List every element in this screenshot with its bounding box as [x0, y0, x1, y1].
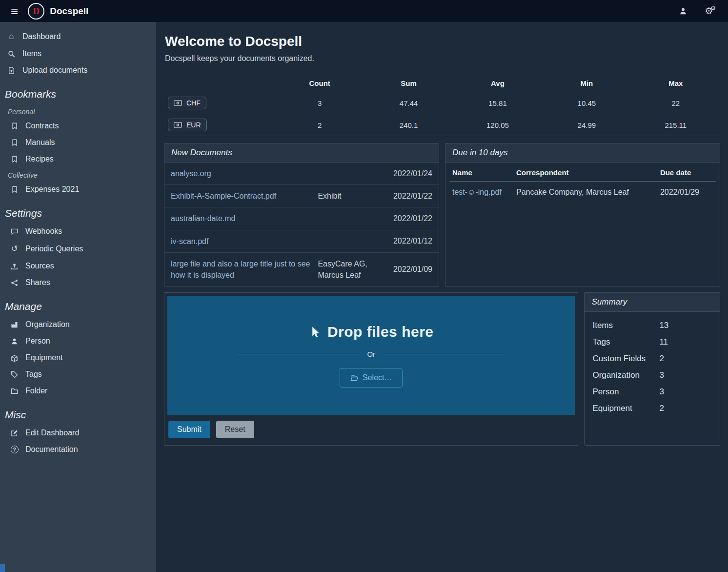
- sidebar-item-manuals[interactable]: Manuals: [0, 134, 156, 151]
- summary-label: Custom Fields: [592, 354, 659, 364]
- stat-count: 2: [275, 114, 364, 136]
- sidebar-item-organization[interactable]: Organization: [0, 316, 156, 333]
- scroll-artifact: [0, 564, 5, 572]
- document-date: 2022/01/22: [393, 192, 432, 201]
- panels-row-top: New Documents analyse.org 2022/01/24 Exh…: [164, 143, 720, 286]
- sidebar-item-person[interactable]: Person: [0, 333, 156, 349]
- due-header-name: Name: [449, 163, 513, 182]
- folder-icon: [10, 388, 19, 395]
- stats-header-min: Min: [542, 75, 631, 92]
- document-info: EasyCare AG, Marcus Leaf: [318, 258, 387, 281]
- summary-row: Items 13: [592, 318, 712, 333]
- sidebar-item-contracts[interactable]: Contracts: [0, 118, 156, 134]
- document-link[interactable]: test-☺-ing.pdf: [452, 188, 502, 196]
- document-link[interactable]: large file and also a large title just t…: [171, 258, 312, 281]
- list-item: australian-date.md 2022/01/22: [164, 207, 439, 230]
- due-name-cell: test-☺-ing.pdf: [449, 182, 513, 200]
- main-content: Welcome to Docspell Docspell keeps your …: [156, 22, 728, 572]
- bookmark-icon: [10, 123, 19, 129]
- sidebar-item-folder[interactable]: Folder: [0, 383, 156, 399]
- list-item: analyse.org 2022/01/24: [164, 163, 439, 185]
- sidebar-item-label: Sources: [25, 262, 54, 270]
- user-menu-button[interactable]: [673, 5, 693, 17]
- sidebar-item-label: Documentation: [25, 445, 78, 454]
- sidebar-item-expenses-2021[interactable]: Expenses 2021: [0, 181, 156, 198]
- stat-sum: 47.44: [364, 92, 453, 114]
- document-date: 2022/01/24: [393, 169, 432, 178]
- stats-header-avg: Avg: [453, 75, 542, 92]
- submit-button[interactable]: Submit: [168, 421, 210, 438]
- sidebar-item-label: Contracts: [25, 122, 59, 130]
- dropzone[interactable]: Drop files here Or Select…: [167, 296, 575, 415]
- summary-label: Equipment: [592, 404, 659, 413]
- user-icon: [10, 338, 19, 345]
- document-link[interactable]: australian-date.md: [171, 213, 312, 224]
- sidebar-item-recipes[interactable]: Recipes: [0, 151, 156, 167]
- summary-row: Organization 3: [592, 368, 712, 383]
- stat-avg: 15.81: [453, 92, 542, 114]
- sidebar-item-label: Manuals: [25, 138, 55, 147]
- stat-min: 10.45: [542, 92, 631, 114]
- sidebar-item-dashboard[interactable]: ⌂ Dashboard: [0, 28, 156, 45]
- menu-button[interactable]: ≡: [6, 4, 23, 19]
- sidebar-item-label: Tags: [25, 370, 42, 379]
- sidebar-item-label: Periodic Queries: [25, 245, 83, 253]
- due-correspondent-cell: Pancake Company, Marcus Leaf: [513, 182, 657, 200]
- stat-currency-cell: EUR: [164, 114, 275, 136]
- summary-value: 11: [659, 337, 668, 347]
- summary-row: Custom Fields 2: [592, 351, 712, 367]
- sidebar-item-label: Items: [22, 49, 41, 58]
- currency-label: EUR: [186, 121, 201, 129]
- tags-icon: [10, 371, 19, 378]
- summary-value: 3: [659, 387, 664, 397]
- collective-subheading: Collective: [0, 167, 156, 181]
- sidebar-item-webhooks[interactable]: Webhooks: [0, 223, 156, 240]
- stat-min: 24.99: [542, 114, 631, 136]
- sidebar-item-tags[interactable]: Tags: [0, 366, 156, 383]
- sidebar-item-equipment[interactable]: Equipment: [0, 349, 156, 366]
- stat-avg: 120.05: [453, 114, 542, 136]
- stat-sum: 240.1: [364, 114, 453, 136]
- select-files-button[interactable]: Select…: [340, 368, 403, 388]
- stat-max: 22: [631, 92, 720, 114]
- summary-label: Person: [592, 387, 659, 397]
- summary-row: Equipment 2: [592, 401, 712, 416]
- sidebar-item-edit-dashboard[interactable]: Edit Dashboard: [0, 425, 156, 441]
- sidebar-item-periodic-queries[interactable]: ↺ Periodic Queries: [0, 240, 156, 258]
- sidebar-item-documentation[interactable]: ? Documentation: [0, 441, 156, 458]
- select-files-label: Select…: [363, 373, 392, 382]
- table-row: CHF 3 47.44 15.81 10.45 22: [164, 92, 720, 114]
- document-link[interactable]: analyse.org: [171, 168, 312, 179]
- sidebar-item-label: Organization: [25, 320, 70, 329]
- bookmark-icon: [10, 186, 19, 193]
- settings-heading: Settings: [0, 198, 156, 223]
- mouse-pointer-icon: [309, 326, 321, 338]
- bookmark-icon: [10, 156, 19, 163]
- new-documents-panel: New Documents analyse.org 2022/01/24 Exh…: [164, 143, 439, 286]
- sidebar-item-shares[interactable]: Shares: [0, 274, 156, 291]
- document-date: 2022/01/09: [393, 265, 432, 274]
- table-row: EUR 2 240.1 120.05 24.99 215.11: [164, 114, 720, 136]
- app-brand[interactable]: D Docspell: [28, 3, 88, 20]
- due-table-wrap: Name Correspondent Due date test-☺-ing.p…: [445, 163, 720, 204]
- due-header-correspondent: Correspondent: [513, 163, 657, 182]
- document-link[interactable]: Exhibit-A-Sample-Contract.pdf: [171, 190, 312, 202]
- topbar: ≡ D Docspell ⚙⚙: [0, 0, 728, 22]
- settings-menu-button[interactable]: ⚙⚙: [698, 4, 722, 18]
- or-divider: Or: [237, 350, 506, 358]
- document-link[interactable]: iv-scan.pdf: [171, 236, 312, 247]
- reset-button[interactable]: Reset: [216, 421, 254, 438]
- sidebar-item-label: Dashboard: [22, 32, 61, 41]
- currency-badge: CHF: [168, 97, 206, 109]
- summary-label: Items: [592, 321, 659, 330]
- sidebar-item-sources[interactable]: Sources: [0, 258, 156, 274]
- box-icon: [10, 354, 19, 362]
- sidebar-item-upload-documents[interactable]: Upload documents: [0, 62, 156, 79]
- page-subtitle: Docspell keeps your documents organized.: [165, 54, 719, 63]
- sidebar-item-items[interactable]: Items: [0, 45, 156, 62]
- upload-panel: Drop files here Or Select…: [164, 292, 578, 446]
- stat-count: 3: [275, 92, 364, 114]
- summary-value: 13: [659, 321, 668, 330]
- stats-header-sum: Sum: [364, 75, 453, 92]
- summary-label: Tags: [592, 337, 659, 347]
